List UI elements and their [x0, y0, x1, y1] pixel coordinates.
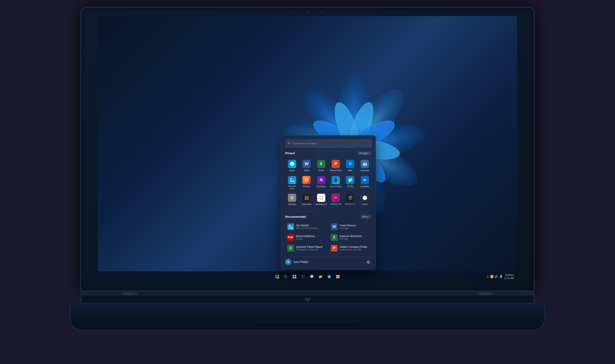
speaker-icon[interactable]: 🔊 — [495, 275, 498, 278]
app-clock[interactable]: 🕐 Clock — [358, 192, 371, 207]
rec-expense-name: Expense Worksheet — [340, 235, 362, 238]
wifi-icon[interactable]: 📶 — [490, 275, 493, 278]
svg-rect-20 — [275, 275, 277, 276]
rec-brand-text: Brand Guidelines 2h ago — [296, 235, 315, 240]
screen-lid: 🔍 Type here to search Pinned All apps › — [80, 7, 535, 292]
laptop: 🔍 Type here to search Pinned All apps › — [59, 7, 556, 358]
svg-rect-30 — [301, 275, 303, 276]
rec-adatum[interactable]: P Adatum Company Profile Yesterday at 1:… — [329, 243, 371, 253]
hp-logo: hp — [305, 297, 310, 302]
start-button[interactable] — [273, 273, 281, 280]
app-todo[interactable]: ✅ To Do — [343, 174, 357, 191]
teams-chat-button[interactable]: 💬 — [308, 273, 315, 280]
recommended-section-header: Recommended More › — [285, 215, 371, 219]
webcam-bar — [287, 10, 328, 14]
all-apps-button[interactable]: All apps › — [357, 151, 371, 155]
rec-adatum-icon: P — [331, 245, 338, 251]
app-calculator[interactable]: 🧮 Calculator — [300, 192, 314, 207]
clock-display[interactable]: 10/20/21 11:11 AM — [504, 273, 514, 280]
store-taskbar-button[interactable]: 🪟 — [334, 273, 342, 280]
start-menu-footer: S Sara Phillips ⏻ — [285, 256, 371, 265]
calculator-icon: 🧮 — [302, 194, 311, 202]
more-button[interactable]: More › — [360, 215, 371, 219]
date-display: 10/20/21 — [504, 273, 514, 276]
whiteboard-icon: 📋 — [317, 194, 325, 202]
settings-label: Settings — [288, 203, 296, 206]
time-display: 11:11 AM — [504, 277, 514, 280]
app-edge[interactable]: Edge — [285, 158, 299, 173]
svg-rect-26 — [293, 275, 294, 276]
rec-get-started-text: Get Started Welcome to Windows — [296, 224, 318, 229]
clock-label: Clock — [362, 203, 368, 206]
rec-payroll-name: Quarterly Payroll Report — [296, 246, 323, 248]
mail-icon: ✉ — [346, 160, 355, 168]
rec-expense-icon: X — [331, 234, 338, 241]
webcam-indicator-left — [293, 11, 294, 13]
taskbar-right: ∧ 📶 🔊 🔋 10/20/21 11:11 AM — [487, 273, 514, 280]
onenote-icon: N — [317, 176, 325, 184]
search-taskbar-button[interactable] — [282, 273, 289, 280]
svg-rect-28 — [293, 277, 294, 279]
rec-expense[interactable]: X Expense Worksheet 12h ago — [329, 233, 371, 242]
svg-rect-23 — [277, 277, 279, 279]
word-label: Word — [304, 169, 309, 172]
app-calendar[interactable]: 📅 Calendar — [358, 158, 371, 173]
svg-rect-33 — [303, 277, 305, 278]
app-word[interactable]: W Word — [300, 158, 314, 173]
rec-expense-text: Expense Worksheet 12h ago — [340, 235, 362, 240]
rec-travel[interactable]: W Travel Itinerary 17m ago — [329, 222, 371, 232]
whiteboard-label: Whiteboard — [315, 203, 327, 206]
search-bar[interactable]: 🔍 Type here to search — [285, 140, 371, 147]
app-snipping[interactable]: ✂ Snipping Tool — [329, 192, 342, 207]
clock-icon: 🕐 — [361, 194, 369, 202]
rec-payroll[interactable]: X Quarterly Payroll Report Yesterday at … — [285, 243, 328, 253]
user-name: Sara Phillips — [293, 260, 308, 263]
rec-brand[interactable]: PDF Brand Guidelines 2h ago — [285, 233, 328, 242]
linkedin-label: LinkedIn — [360, 185, 369, 188]
bottom-bezel: hp — [80, 296, 535, 304]
movies-label: Movies & TV — [345, 203, 355, 205]
app-settings[interactable]: ⚙ Settings — [285, 192, 299, 207]
snipping-icon: ✂ — [331, 194, 340, 202]
widgets-button[interactable] — [300, 273, 307, 280]
app-store[interactable]: 🏪 Microsoft Store — [285, 174, 299, 191]
app-mail[interactable]: ✉ Mail — [343, 158, 357, 173]
snipping-label: Snipping Tool — [330, 203, 341, 205]
app-linkedin[interactable]: in LinkedIn — [358, 174, 371, 191]
rec-get-started[interactable]: 🏪 Get Started Welcome to Windows — [285, 222, 328, 232]
app-phone[interactable]: 📱 Your Phone — [329, 174, 342, 191]
linkedin-icon: in — [361, 176, 369, 184]
app-whiteboard[interactable]: 📋 Whiteboard — [314, 192, 328, 207]
file-explorer-button[interactable]: 📁 — [317, 273, 324, 280]
section-divider — [285, 211, 371, 211]
taskbar: 💬 📁 🪟 ∧ — [98, 271, 517, 282]
app-movies[interactable]: 🎬 Movies & TV — [343, 192, 357, 207]
app-onenote[interactable]: N OneNote — [314, 174, 328, 191]
app-photos[interactable]: 🖼 Photos — [300, 174, 314, 191]
calendar-label: Calendar — [360, 169, 369, 172]
mail-label: Mail — [348, 169, 352, 172]
photos-icon: 🖼 — [302, 176, 311, 184]
app-excel[interactable]: X Excel — [314, 158, 328, 173]
user-avatar: S — [285, 259, 291, 265]
photos-label: Photos — [303, 185, 310, 188]
power-button[interactable]: ⏻ — [365, 259, 371, 265]
task-view-button[interactable] — [291, 273, 298, 280]
battery-icon[interactable]: 🔋 — [499, 275, 503, 278]
chevron-up-icon[interactable]: ∧ — [487, 275, 489, 278]
svg-rect-31 — [303, 275, 305, 276]
store-label: Microsoft Store — [286, 185, 298, 190]
user-profile[interactable]: S Sara Phillips — [285, 259, 308, 265]
powerpoint-label: PowerPoint — [330, 169, 342, 172]
svg-rect-27 — [295, 275, 296, 276]
svg-rect-29 — [295, 277, 296, 279]
rec-travel-icon: W — [331, 223, 338, 230]
search-icon: 🔍 — [288, 142, 291, 145]
movies-icon: 🎬 — [346, 194, 355, 202]
pinned-apps-grid: Edge W Word X — [285, 158, 371, 208]
edge-taskbar-button[interactable] — [326, 273, 333, 280]
rec-expense-time: 12h ago — [340, 238, 362, 240]
hinge-right — [477, 292, 493, 295]
app-powerpoint[interactable]: P PowerPoint — [329, 158, 342, 173]
webcam-indicator-right — [321, 11, 322, 13]
